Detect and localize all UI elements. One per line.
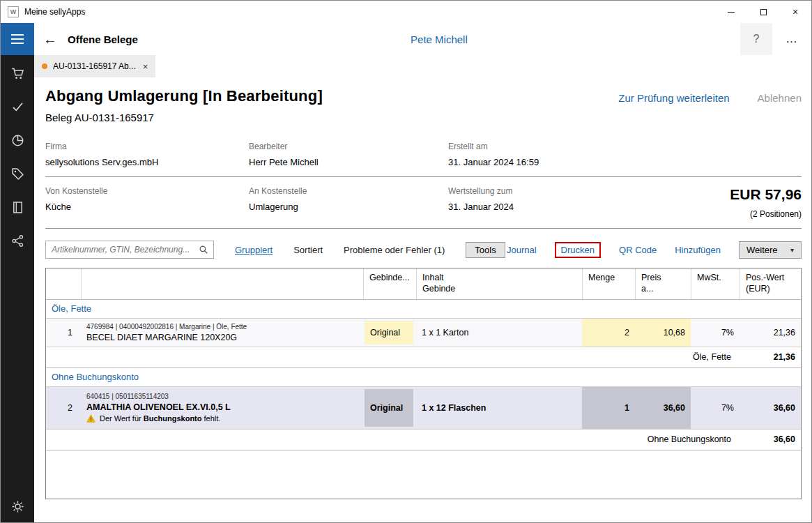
field-label: Bearbeiter xyxy=(249,142,448,151)
row-number: 1 xyxy=(46,319,81,347)
header-pos-wert[interactable]: Pos.-Wert (EUR) xyxy=(740,268,801,299)
weitere-dropdown[interactable]: Weitere ▾ xyxy=(739,241,802,259)
preis-cell[interactable]: 36,60 xyxy=(635,387,691,429)
header-preis[interactable]: Preis a... xyxy=(635,268,691,299)
minimize-button[interactable] xyxy=(715,1,747,23)
journal-link[interactable]: Journal xyxy=(507,245,537,255)
gebinde-cell[interactable]: Original xyxy=(363,387,416,429)
settings-gear-icon[interactable] xyxy=(10,499,25,514)
app-window: W Meine sellyApps × ← Offene Belege Pete… xyxy=(0,0,812,523)
gebinde-chip[interactable]: Original xyxy=(365,389,413,427)
document-number: Beleg AU-0131-165917 xyxy=(45,112,802,123)
close-icon: × xyxy=(792,6,798,17)
document-actions: Zur Prüfung weiterleiten Ablehnen xyxy=(618,87,802,104)
book-icon[interactable] xyxy=(10,200,25,215)
window-controls: × xyxy=(715,1,811,23)
article-search-box[interactable] xyxy=(45,241,214,259)
tab-close-icon[interactable]: × xyxy=(143,61,148,72)
document-title: Abgang Umlagerung [In Bearbeitung] xyxy=(45,87,323,105)
field-bearbeiter: Bearbeiter Herr Pete Michell xyxy=(249,142,448,167)
maximize-icon xyxy=(760,9,767,15)
table-header-row: Gebinde... Inhalt Gebinde Menge Preis a.… xyxy=(46,268,801,300)
pie-chart-icon[interactable] xyxy=(10,133,25,148)
subtotal-value: 21,36 xyxy=(740,347,801,367)
probleme-fehler-link[interactable]: Probleme oder Fehler (1) xyxy=(344,245,445,255)
field-value: 31. Januar 2024 xyxy=(448,202,634,212)
unsaved-dot-icon xyxy=(42,63,47,69)
forward-review-link[interactable]: Zur Prüfung weiterleiten xyxy=(618,92,729,104)
mwst-cell: 7% xyxy=(691,387,740,429)
field-value: Herr Pete Michell xyxy=(249,157,448,167)
reject-link[interactable]: Ablehnen xyxy=(758,92,802,104)
page-title: Offene Belege xyxy=(68,33,138,45)
warning-icon xyxy=(86,414,95,423)
field-label: An Kostenstelle xyxy=(249,186,448,196)
header-gebinde[interactable]: Gebinde... xyxy=(363,268,416,299)
mwst-cell: 7% xyxy=(691,319,740,347)
maximize-button[interactable] xyxy=(747,1,779,23)
subtotal-label: Öle, Fette xyxy=(46,347,740,367)
hinzufuegen-link[interactable]: Hinzufügen xyxy=(675,245,721,255)
field-von-kostenstelle: Von Kostenstelle Küche xyxy=(45,186,249,219)
document-total: EUR 57,96 (2 Positionen) xyxy=(634,186,802,219)
document-header: Abgang Umlagerung [In Bearbeitung] Zur P… xyxy=(45,87,802,105)
close-button[interactable]: × xyxy=(779,1,811,23)
item-toolbar: Gruppiert Sortiert Probleme oder Fehler … xyxy=(45,241,802,259)
search-icon[interactable] xyxy=(199,245,208,255)
help-button[interactable]: ? xyxy=(740,23,772,55)
checkmark-icon[interactable] xyxy=(10,100,25,114)
tag-icon[interactable] xyxy=(10,167,25,181)
hamburger-menu-button[interactable] xyxy=(1,23,34,55)
header-description xyxy=(81,268,363,299)
field-erstellt-am: Erstellt am 31. Januar 2024 16:59 xyxy=(448,142,634,167)
drucken-annotation-highlight: Drucken xyxy=(555,242,601,258)
document-tab[interactable]: AU-0131-165917 Ab... × xyxy=(34,55,155,77)
field-an-kostenstelle: An Kostenstelle Umlagerung xyxy=(249,186,448,219)
qr-code-link[interactable]: QR Code xyxy=(619,245,657,255)
field-value: sellysolutions Serv.ges.mbH xyxy=(45,157,249,167)
tab-label: AU-0131-165917 Ab... xyxy=(53,61,136,71)
inhalt-cell: 1 x 12 Flaschen xyxy=(416,387,582,429)
gebinde-chip[interactable]: Original xyxy=(365,321,413,344)
gebinde-cell[interactable]: Original xyxy=(363,319,416,347)
tab-bar: AU-0131-165917 Ab... × xyxy=(34,55,811,77)
toolbar-right-group: Journal Drucken QR Code Hinzufügen Weite… xyxy=(507,241,802,259)
share-icon[interactable] xyxy=(10,234,25,248)
menge-cell[interactable]: 2 xyxy=(582,319,635,347)
group-header-ohne-buchungskonto: Ohne Buchungskonto xyxy=(46,368,801,387)
search-input[interactable] xyxy=(52,245,199,255)
pos-wert-cell: 21,36 xyxy=(740,319,801,347)
positions-table: Gebinde... Inhalt Gebinde Menge Preis a.… xyxy=(45,268,802,499)
document-panel: Abgang Umlagerung [In Bearbeitung] Zur P… xyxy=(34,77,811,522)
field-value: Umlagerung xyxy=(249,202,448,212)
table-row-selected[interactable]: 2 640415 | 05011635114203 AMALTHIA OLIVE… xyxy=(46,387,801,430)
group-subtotal-row: Öle, Fette 21,36 xyxy=(46,347,801,368)
shopping-cart-icon[interactable] xyxy=(10,66,25,81)
tools-button[interactable]: Tools xyxy=(466,242,505,258)
gruppiert-link[interactable]: Gruppiert xyxy=(235,245,273,255)
header-mwst[interactable]: MwSt. xyxy=(691,268,740,299)
subtotal-value: 36,60 xyxy=(740,430,801,450)
inhalt-cell: 1 x 1 Karton xyxy=(416,319,582,347)
sidebar xyxy=(1,55,34,522)
appbar: ← Offene Belege Pete Michell ? … xyxy=(1,23,811,55)
header-menge[interactable]: Menge xyxy=(582,268,635,299)
table-row[interactable]: 1 4769984 | 04000492002816 | Margarine |… xyxy=(46,319,801,347)
user-name[interactable]: Pete Michell xyxy=(138,33,740,45)
drucken-link[interactable]: Drucken xyxy=(561,245,595,255)
weitere-label: Weitere xyxy=(746,245,778,255)
preis-cell[interactable]: 10,68 xyxy=(635,319,691,347)
warning-text: Der Wert für Buchungskonto fehlt. xyxy=(100,414,220,423)
row-description: 4769984 | 04000492002816 | Margarine | Ö… xyxy=(81,319,363,347)
more-options-button[interactable]: … xyxy=(772,32,811,46)
field-label: Von Kostenstelle xyxy=(45,186,249,196)
window-title: Meine sellyApps xyxy=(24,7,85,17)
article-meta: 4769984 | 04000492002816 | Margarine | Ö… xyxy=(86,323,358,331)
total-amount: EUR 57,96 xyxy=(634,186,802,203)
menge-cell[interactable]: 1 xyxy=(582,387,635,429)
row-description: 640415 | 05011635114203 AMALTHIA OLIVENO… xyxy=(81,387,363,429)
back-button[interactable]: ← xyxy=(34,31,66,47)
sortiert-link[interactable]: Sortiert xyxy=(293,245,323,255)
chevron-down-icon: ▾ xyxy=(790,246,794,254)
header-inhalt[interactable]: Inhalt Gebinde xyxy=(416,268,582,299)
